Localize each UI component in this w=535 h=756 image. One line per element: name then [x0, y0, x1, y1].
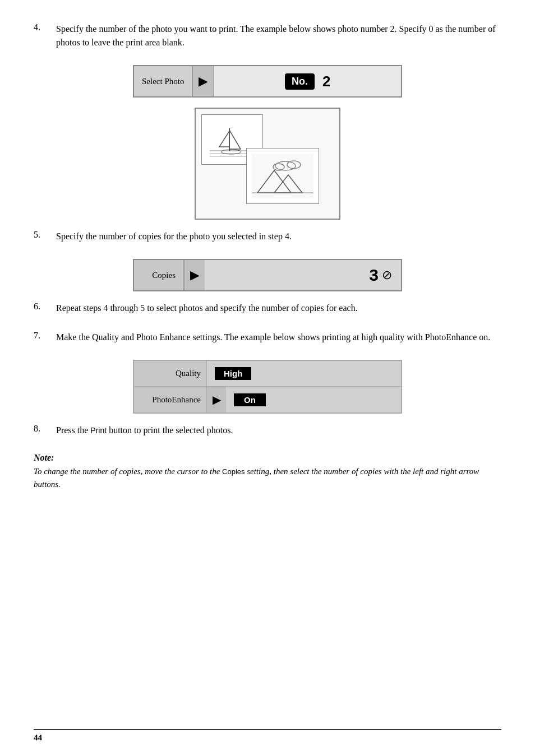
select-photo-bar: Select Photo ▶ No. 2: [133, 65, 402, 98]
select-photo-content: No. 2: [213, 66, 401, 96]
photo-number: 2: [322, 73, 330, 90]
copies-number: 3: [369, 266, 379, 285]
step-6: 6. Repeat steps 4 through 5 to select ph…: [34, 302, 501, 315]
camera-icon: ⊘: [382, 268, 392, 282]
step-8: 8. Press the Print button to print the s…: [34, 424, 501, 437]
svg-marker-5: [219, 131, 229, 147]
step-5-number: 5.: [34, 230, 49, 243]
photo-thumbnails-diagram: [34, 108, 501, 220]
step-8-text: Press the Print button to print the sele…: [56, 424, 501, 437]
select-photo-label: Select Photo: [134, 66, 193, 96]
high-badge: High: [215, 367, 251, 380]
step-5: 5. Specify the number of copies for the …: [34, 230, 501, 243]
photo-enhance-row: PhotoEnhance ▶ On: [134, 387, 401, 412]
page-footer: 44: [34, 729, 501, 743]
step-6-number: 6.: [34, 302, 49, 315]
select-photo-arrow: ▶: [193, 66, 213, 96]
step-7: 7. Make the Quality and Photo Enhance se…: [34, 331, 501, 344]
step-4-text: Specify the number of the photo you want…: [56, 22, 501, 49]
step-7-text: Make the Quality and Photo Enhance setti…: [56, 331, 501, 344]
note-section: Note: To change the number of copies, mo…: [34, 453, 501, 490]
page-number: 44: [34, 733, 42, 742]
step-7-number: 7.: [34, 331, 49, 344]
photo-enhance-arrow: ▶: [207, 387, 226, 412]
select-photo-diagram: Select Photo ▶ No. 2: [34, 65, 501, 98]
photo-box: [195, 108, 340, 220]
note-title: Note:: [34, 453, 501, 463]
copies-label: Copies: [134, 260, 185, 290]
svg-marker-4: [229, 130, 241, 149]
note-body: To change the number of copies, move the…: [34, 465, 501, 490]
step-4: 4. Specify the number of the photo you w…: [34, 22, 501, 49]
step-5-text: Specify the number of copies for the pho…: [56, 230, 501, 243]
copies-diagram: Copies ▶ 3 ⊘: [34, 259, 501, 291]
copies-arrow: ▶: [185, 260, 205, 290]
no-badge: No.: [285, 73, 315, 90]
copies-inline-code: Copies: [222, 467, 245, 476]
step-6-text: Repeat steps 4 through 5 to select photo…: [56, 302, 501, 315]
step-8-number: 8.: [34, 424, 49, 437]
copies-content: 3 ⊘: [205, 260, 401, 290]
quality-diagram: Quality High PhotoEnhance ▶ On: [34, 360, 501, 414]
print-inline-code: Print: [90, 426, 107, 435]
quality-box: Quality High PhotoEnhance ▶ On: [133, 360, 402, 414]
thumbnail-2: [246, 148, 319, 204]
copies-bar: Copies ▶ 3 ⊘: [133, 259, 402, 291]
quality-label: Quality: [134, 361, 207, 386]
svg-rect-7: [252, 154, 313, 198]
quality-row: Quality High: [134, 361, 401, 387]
on-badge: On: [234, 393, 266, 406]
photo-enhance-value-cell: On: [226, 393, 401, 406]
step-4-number: 4.: [34, 22, 49, 49]
quality-value-cell: High: [207, 367, 401, 380]
photo-enhance-label: PhotoEnhance: [134, 387, 207, 412]
